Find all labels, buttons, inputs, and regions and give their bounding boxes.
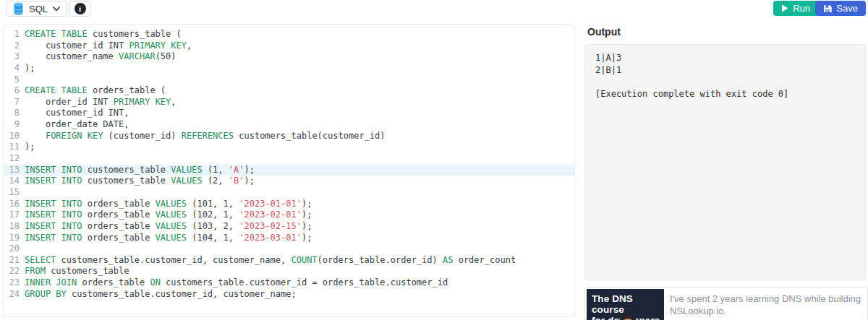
line-number: 7 (4, 97, 20, 108)
line-number: 6 (4, 85, 20, 97)
code-text (20, 153, 25, 165)
code-line[interactable]: 10 FOREIGN KEY (customer_id) REFERENCES … (4, 131, 574, 142)
output-panel: Output 1|A|3 2|B|1 [Execution complete w… (584, 24, 868, 38)
line-number: 3 (4, 51, 20, 63)
line-number: 22 (4, 266, 20, 277)
code-line[interactable]: 3 customer_name VARCHAR(50) (4, 51, 574, 63)
code-line[interactable]: 1CREATE TABLE customers_table ( (4, 29, 574, 40)
code-line[interactable]: 11); (4, 142, 574, 153)
line-number: 11 (4, 142, 20, 153)
code-text: FOREIGN KEY (customer_id) REFERENCES cus… (20, 131, 386, 142)
code-line[interactable]: 15 (4, 187, 574, 199)
database-icon (13, 2, 24, 15)
code-text: FROM customers_table (20, 266, 129, 277)
line-number: 18 (4, 221, 20, 233)
code-text: CREATE TABLE orders_table ( (20, 85, 166, 97)
code-text: customer_name VARCHAR(50) (20, 51, 176, 63)
code-text: ); (20, 63, 35, 74)
code-text: INSERT INTO orders_table VALUES (104, 1,… (20, 233, 312, 244)
code-text: INSERT INTO customers_table VALUES (1, '… (20, 165, 255, 176)
code-text: INSERT INTO orders_table VALUES (102, 1,… (20, 209, 312, 221)
output-panel-title: Output (584, 24, 868, 38)
code-text (20, 243, 25, 255)
code-line[interactable]: 4); (4, 63, 574, 74)
line-number: 5 (4, 74, 20, 86)
line-number: 16 (4, 199, 20, 210)
save-button[interactable]: Save (815, 1, 866, 16)
code-lines: 1CREATE TABLE customers_table (2 custome… (4, 29, 574, 300)
code-text: INSERT INTO orders_table VALUES (101, 1,… (20, 199, 312, 210)
code-line[interactable]: 18INSERT INTO orders_table VALUES (103, … (4, 221, 574, 233)
code-text: GROUP BY customers_table.customer_id, cu… (20, 289, 297, 300)
sql-code-editor[interactable]: 1CREATE TABLE customers_table (2 custome… (3, 24, 575, 317)
play-icon (781, 4, 788, 12)
code-text (20, 187, 25, 199)
code-line[interactable]: 7 order_id INT PRIMARY KEY, (4, 97, 574, 108)
code-line[interactable]: 21SELECT customers_table.customer_id, cu… (4, 255, 574, 267)
code-line[interactable]: 13INSERT INTO customers_table VALUES (1,… (4, 165, 574, 176)
code-line[interactable]: 14INSERT INTO customers_table VALUES (2,… (4, 176, 574, 187)
line-number: 14 (4, 176, 20, 187)
code-line[interactable]: 2 customer_id INT PRIMARY KEY, (4, 40, 574, 52)
code-line[interactable]: 24GROUP BY customers_table.customer_id, … (4, 289, 574, 300)
line-number: 2 (4, 40, 20, 52)
language-selector[interactable]: SQL (6, 1, 67, 17)
code-line[interactable]: 17INSERT INTO orders_table VALUES (102, … (4, 209, 574, 221)
code-line[interactable]: 9 order_date DATE, (4, 119, 574, 131)
line-number: 13 (4, 165, 20, 176)
code-text: CREATE TABLE customers_table ( (20, 29, 182, 40)
language-selector-label: SQL (29, 4, 48, 14)
code-text: ); (20, 142, 35, 153)
line-number: 23 (4, 277, 20, 289)
chevron-down-icon (53, 7, 60, 12)
code-text: SELECT customers_table.customer_id, cust… (20, 255, 516, 267)
save-icon (823, 4, 832, 13)
code-line[interactable]: 16INSERT INTO orders_table VALUES (101, … (4, 199, 574, 210)
code-line[interactable]: 6CREATE TABLE orders_table ( (4, 85, 574, 97)
ad-banner[interactable]: The DNS course for developers I've spent… (584, 287, 868, 320)
output-console[interactable]: 1|A|3 2|B|1 [Execution complete with exi… (584, 44, 866, 280)
code-text (20, 74, 25, 86)
code-text: order_date DATE, (20, 119, 129, 131)
ad-description: I've spent 2 years learning DNS while bu… (670, 293, 864, 320)
code-text: customer_id INT, (20, 108, 129, 119)
line-number: 4 (4, 63, 20, 74)
save-button-label: Save (836, 3, 858, 14)
line-number: 20 (4, 243, 20, 255)
code-text: INSERT INTO orders_table VALUES (103, 2,… (20, 221, 312, 233)
line-number: 10 (4, 131, 20, 142)
line-number: 15 (4, 187, 20, 199)
line-number: 19 (4, 233, 20, 244)
run-button-label: Run (793, 3, 810, 14)
line-number: 8 (4, 108, 20, 119)
code-line[interactable]: 12 (4, 153, 574, 165)
code-text: INNER JOIN orders_table ON customers_tab… (20, 277, 448, 289)
line-number: 17 (4, 209, 20, 221)
info-icon: i (75, 3, 86, 14)
toolbar: SQL i Run Save (0, 0, 868, 20)
line-number: 1 (4, 29, 20, 40)
code-line[interactable]: 5 (4, 74, 574, 86)
line-number: 21 (4, 255, 20, 267)
info-button[interactable]: i (69, 1, 91, 17)
output-console-text: 1|A|3 2|B|1 [Execution complete with exi… (595, 52, 855, 100)
code-line[interactable]: 22FROM customers_table (4, 266, 574, 277)
code-text: INSERT INTO customers_table VALUES (2, '… (20, 176, 255, 187)
line-number: 9 (4, 119, 20, 131)
code-text: order_id INT PRIMARY KEY, (20, 97, 176, 108)
code-line[interactable]: 20 (4, 243, 574, 255)
run-button[interactable]: Run (773, 1, 818, 16)
code-text: customer_id INT PRIMARY KEY, (20, 40, 192, 52)
ad-image[interactable]: The DNS course for developers (587, 289, 664, 320)
line-number: 24 (4, 289, 20, 300)
code-line[interactable]: 8 customer_id INT, (4, 108, 574, 119)
code-line[interactable]: 23INNER JOIN orders_table ON customers_t… (4, 277, 574, 289)
code-line[interactable]: 19INSERT INTO orders_table VALUES (104, … (4, 233, 574, 244)
line-number: 12 (4, 153, 20, 165)
